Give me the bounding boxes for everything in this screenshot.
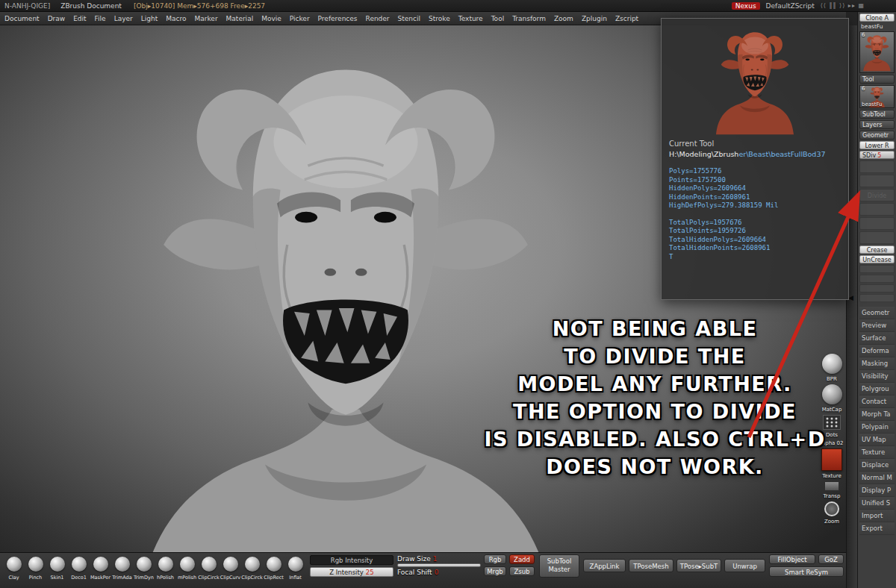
menu-item[interactable]: Preferences — [318, 15, 358, 22]
brush-item[interactable]: ClipCurv — [220, 554, 241, 587]
palette-section[interactable]: Masking — [859, 357, 895, 370]
texture-thumbnail-icon[interactable] — [821, 448, 842, 471]
draw-size-slider[interactable]: Draw Size1 — [397, 555, 481, 563]
zoom-icon[interactable] — [824, 501, 839, 516]
palette-section[interactable]: Texture — [859, 446, 895, 459]
palette-section[interactable]: Displace — [859, 459, 895, 472]
palette-section[interactable]: Import — [859, 510, 895, 522]
nexus-badge[interactable]: Nexus — [732, 2, 760, 10]
menu-item[interactable]: Edit — [73, 15, 86, 22]
brush-icon — [7, 557, 22, 572]
menu-item[interactable]: Marker — [194, 15, 217, 22]
brush-item[interactable]: TrimDyn — [133, 554, 155, 587]
brush-item[interactable]: ClipCirck — [241, 554, 263, 587]
brush-label: MaskPer — [90, 575, 111, 581]
menu-item[interactable]: Texture — [458, 15, 483, 22]
focal-shift-value: 0 — [435, 569, 439, 576]
palette-section[interactable]: Preview — [859, 319, 895, 332]
focal-shift-slider[interactable]: Focal Shift0 — [397, 569, 481, 576]
fillobject-button[interactable]: FillObject — [769, 554, 815, 564]
brush-label: Clay — [8, 575, 19, 581]
tray-divider-handle-icon[interactable]: ◀ — [848, 294, 853, 301]
rgb-intensity-slider[interactable]: Rgb Intensity — [310, 555, 393, 565]
stroke-dots-icon[interactable] — [823, 415, 841, 430]
palette-section[interactable]: Unified S — [859, 497, 895, 510]
menu-item[interactable]: Picker — [290, 15, 310, 22]
transp-icon[interactable] — [824, 481, 839, 491]
palette-section[interactable]: UV Map — [859, 434, 895, 446]
matcap-material-icon[interactable] — [822, 384, 842, 404]
brush-item[interactable]: hPolish — [155, 554, 176, 587]
palette-section[interactable]: Display P — [859, 484, 895, 497]
menu-item[interactable]: Document — [4, 15, 40, 22]
crease-button[interactable]: Crease — [859, 245, 895, 254]
disabled-row — [859, 284, 895, 293]
stat-line: Points=1757500 — [669, 176, 841, 185]
sdiv-slider[interactable]: SDiv5 — [859, 151, 895, 159]
lower-res-button[interactable]: Lower R — [859, 141, 895, 149]
menu-item[interactable]: Zscript — [615, 15, 638, 22]
disabled-row — [859, 217, 895, 230]
tposemesh-button[interactable]: TPoseMesh — [629, 559, 673, 572]
menu-item[interactable]: Tool — [491, 15, 504, 22]
brush-item[interactable]: Skin1 — [46, 554, 68, 587]
menu-item[interactable]: Stroke — [429, 15, 450, 22]
tool-palette-header[interactable]: Tool — [859, 75, 895, 84]
geometry-palette-header[interactable]: Geometr — [859, 131, 895, 140]
palette-section[interactable]: Export — [859, 522, 895, 535]
brush-item[interactable]: Clay — [3, 554, 25, 587]
brush-item[interactable]: TrimAda — [111, 554, 133, 587]
clone-all-button[interactable]: Clone A — [859, 13, 895, 22]
draw-size-bar[interactable] — [397, 563, 481, 567]
palette-section[interactable]: Normal M — [859, 472, 895, 484]
menu-item[interactable]: Layer — [114, 15, 133, 22]
menu-item[interactable]: Transform — [512, 15, 546, 22]
menu-item[interactable]: Movie — [261, 15, 281, 22]
menu-item[interactable]: Material — [226, 15, 254, 22]
uncrease-button[interactable]: UnCrease — [859, 255, 895, 263]
menu-item[interactable]: Light — [141, 15, 158, 22]
zapplink-button[interactable]: ZAppLink — [583, 559, 626, 572]
bpr-render-icon[interactable] — [822, 354, 842, 374]
palette-section[interactable]: Contact — [859, 395, 895, 408]
default-zscript-label[interactable]: DefaultZScript — [766, 2, 815, 10]
subtool-master-button[interactable]: SubTool Master — [539, 554, 579, 578]
subtool-palette-header[interactable]: SubTool — [859, 110, 895, 119]
brush-item[interactable]: Inflat — [284, 554, 306, 587]
brush-item[interactable]: ClipRect — [263, 554, 284, 587]
menu-item[interactable]: Zoom — [554, 15, 573, 22]
palette-section[interactable]: Polypain — [859, 421, 895, 434]
menu-item[interactable]: Zplugin — [582, 15, 607, 22]
z-intensity-slider[interactable]: Z Intensity25 — [310, 567, 393, 577]
menu-item[interactable]: Stencil — [398, 15, 420, 22]
tpose-subt-button[interactable]: TPose▸SubT — [676, 559, 721, 572]
brush-item[interactable]: ClipCirck — [198, 554, 220, 587]
palette-section[interactable]: Deforma — [859, 345, 895, 357]
brush-item[interactable]: Deco1 — [68, 554, 90, 587]
palette-section[interactable]: Geometr — [859, 307, 895, 319]
menu-item[interactable]: Macro — [166, 15, 186, 22]
menu-item[interactable]: Draw — [48, 15, 66, 22]
palette-section[interactable]: Morph Ta — [859, 408, 895, 421]
menu-item[interactable]: Render — [366, 15, 390, 22]
zbrush-window: N-ANHJ-QIGE] ZBrush Document [Obj▸10740]… — [0, 0, 896, 588]
subtool-thumb[interactable]: 6 beastFu — [859, 85, 895, 108]
mrgb-button[interactable]: Mrgb — [484, 566, 506, 576]
brush-icon — [245, 557, 260, 572]
current-tool-thumb[interactable]: 6 — [859, 31, 895, 73]
rgb-button[interactable]: Rgb — [484, 554, 506, 564]
brush-item[interactable]: MaskPer — [90, 554, 111, 587]
unwrap-button[interactable]: Unwrap — [724, 559, 765, 572]
smart-resym-button[interactable]: Smart ReSym — [769, 566, 844, 577]
menu-item[interactable]: File — [95, 15, 106, 22]
brush-item[interactable]: mPolish — [176, 554, 198, 587]
zsub-button[interactable]: Zsub — [509, 566, 535, 576]
palette-section[interactable]: Visibility — [859, 370, 895, 383]
layers-palette-header[interactable]: Layers — [859, 120, 895, 129]
palette-section[interactable]: Polygrou — [859, 383, 895, 395]
zadd-button[interactable]: Zadd — [509, 554, 535, 564]
palette-section[interactable]: Surface — [859, 332, 895, 345]
brush-item[interactable]: Pinch — [25, 554, 46, 587]
goz-button[interactable]: GoZ — [818, 554, 844, 564]
titlebar-controls-icons[interactable]: ⟨⟨ ‖‖ ⟩⟩ ▸▸ ▦ — [821, 2, 865, 9]
